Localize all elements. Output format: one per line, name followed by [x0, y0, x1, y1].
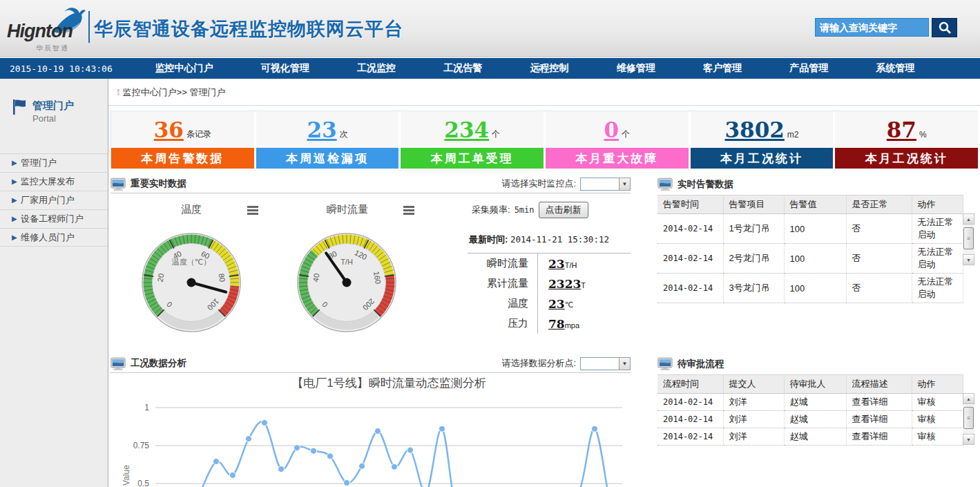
stat-card-label[interactable]: 本月工况统计 — [691, 148, 834, 169]
stat-value-link[interactable]: 87 — [887, 117, 916, 142]
scroll-up-icon[interactable]: ▲ — [963, 213, 974, 225]
nav-item-remote-control[interactable]: 远程控制 — [530, 62, 568, 75]
sidebar-item-big-screen[interactable]: ▶ 监控大屏发布 — [0, 172, 108, 191]
flow-analysis-line-chart: 10.750.5Value【电厂1号线】瞬时流量动态监测分析 — [111, 372, 631, 487]
alarm-table: 告警时间 告警项目 告警值 是否正常 动作 2014-02-14 1号龙门吊 1… — [657, 195, 976, 303]
scroll-down-icon[interactable]: ▼ — [963, 434, 974, 445]
monitor-point-select-value[interactable] — [580, 178, 619, 191]
view-detail-link[interactable]: 查看详细 — [846, 428, 912, 446]
scrollbar-thumb[interactable]: ≡ — [963, 227, 974, 249]
stat-unit: 个 — [622, 128, 630, 140]
refresh-button[interactable]: 点击刷新 — [539, 202, 588, 218]
arrow-right-icon: ▶ — [12, 191, 17, 209]
stat-value-link[interactable]: 3802 — [725, 117, 785, 142]
col-approver: 待审批人 — [784, 375, 846, 394]
svg-text:【电厂1号线】瞬时流量动态监测分析: 【电厂1号线】瞬时流量动态监测分析 — [291, 376, 486, 390]
stat-unit: % — [919, 130, 927, 140]
sidebar-item-admin-portal[interactable]: ▶ 管理门户 — [0, 153, 108, 172]
scroll-up-icon[interactable]: ▲ — [963, 393, 974, 404]
stat-card-weekly-alarms: 36条记录 本周告警数据 — [111, 111, 254, 169]
hamburger-menu-icon[interactable] — [403, 206, 414, 208]
col-description: 流程描述 — [846, 375, 912, 394]
analysis-point-select[interactable]: ▼ — [580, 357, 631, 370]
monitor-icon — [657, 357, 673, 370]
stat-card-label[interactable]: 本周巡检漏项 — [256, 148, 399, 169]
arrow-right-icon: ▶ — [12, 229, 17, 247]
hamburger-menu-icon[interactable] — [247, 206, 258, 208]
review-link[interactable]: 审核 — [912, 428, 963, 446]
svg-text:0.5: 0.5 — [137, 479, 149, 487]
search-input[interactable] — [815, 18, 929, 37]
search-button[interactable] — [932, 18, 957, 37]
nav-item-condition-alarm[interactable]: 工况告警 — [443, 62, 482, 75]
stat-card-label[interactable]: 本周告警数据 — [111, 148, 254, 169]
stat-unit: 个 — [492, 128, 500, 140]
realtime-section-header: 重要实时数据 请选择实时监控点: ▼ — [111, 175, 631, 193]
gauge-flow-title: 瞬时流量 — [314, 203, 381, 216]
stat-value-link[interactable]: 36 — [154, 117, 184, 142]
latest-time-label: 最新时间: — [469, 234, 508, 245]
nav-item-condition-monitor[interactable]: 工况监控 — [357, 62, 396, 75]
breadcrumb-icon: ⁞⁞ — [117, 88, 119, 97]
reading-value-link[interactable]: 23 — [548, 297, 565, 311]
nav-item-maintenance[interactable]: 维修管理 — [617, 62, 655, 75]
nav-item-customer[interactable]: 客户管理 — [703, 62, 742, 75]
sidebar-item-label: 管理门户 — [21, 157, 57, 168]
scroll-down-icon[interactable]: ▼ — [963, 254, 974, 265]
approval-section-title: 待审批流程 — [678, 358, 724, 370]
nav-item-monitor-center[interactable]: 监控中心门户 — [155, 62, 213, 75]
main-navbar: 2015-10-19 10:43:06 监控中心门户 可视化管理 工况监控 工况… — [0, 58, 980, 79]
col-action: 动作 — [912, 375, 963, 394]
stat-card-monthly-condition-m2: 3802m2 本月工况统计 — [691, 111, 834, 169]
page-title: 华辰智通设备远程监控物联网云平台 — [94, 17, 403, 41]
reading-value-link[interactable]: 2323 — [548, 277, 581, 291]
analysis-point-select-value[interactable] — [580, 357, 619, 370]
review-link[interactable]: 审核 — [912, 411, 963, 428]
monitor-point-select[interactable]: ▼ — [580, 178, 631, 191]
chevron-down-icon[interactable]: ▼ — [619, 178, 631, 191]
svg-text:温度（℃）: 温度（℃） — [172, 258, 211, 266]
stat-card-label[interactable]: 本月工况统计 — [835, 148, 978, 169]
alarm-section-title: 实时告警数据 — [678, 178, 733, 191]
sidebar-item-repair-portal[interactable]: ▶ 维修人员门户 — [0, 228, 108, 247]
sidebar-item-engineer-portal[interactable]: ▶ 设备工程师门户 — [0, 209, 108, 228]
arrow-right-icon: ▶ — [12, 210, 17, 228]
stat-card-label[interactable]: 本周工单受理 — [401, 148, 544, 169]
stat-value-link[interactable]: 234 — [444, 117, 489, 142]
stat-unit: m2 — [787, 130, 799, 140]
reading-row-flow: 瞬时流量 23T/H — [468, 254, 631, 274]
stat-value-link[interactable]: 23 — [307, 117, 336, 142]
realtime-readings: 采集频率: 5min 点击刷新 最新时间: 2014-11-21 15:30:1… — [459, 202, 631, 334]
flow-gauge: 04080120160200T/H — [296, 232, 397, 333]
approval-section-header: 待审批流程 — [657, 354, 976, 373]
stat-cards-row: 36条记录 本周告警数据 23次 本周巡检漏项 234个 本周工单受理 0个 本… — [111, 111, 978, 169]
view-detail-link[interactable]: 查看详细 — [846, 411, 912, 428]
stat-value-link[interactable]: 0 — [604, 117, 619, 142]
clock-timestamp: 2015-10-19 10:43:06 — [0, 64, 131, 74]
sidebar-item-label: 厂家用户门户 — [21, 195, 75, 205]
scrollbar-thumb[interactable]: ≡ — [963, 407, 974, 429]
review-link[interactable]: 审核 — [912, 394, 963, 411]
sidebar: 管理门户 Portal ▶ 管理门户 ▶ 监控大屏发布 ▶ 厂家用户门户 ▶ 设… — [0, 79, 108, 487]
sidebar-item-label: 监控大屏发布 — [21, 176, 75, 187]
nav-item-product[interactable]: 产品管理 — [789, 62, 828, 75]
chevron-down-icon[interactable]: ▼ — [619, 357, 631, 370]
approval-table-scrollbar[interactable]: ▲ ≡ ▼ — [963, 393, 974, 445]
search-icon — [937, 20, 952, 35]
sidebar-item-factory-user[interactable]: ▶ 厂家用户门户 — [0, 191, 108, 209]
monitor-icon — [111, 178, 126, 191]
alarm-row: 2014-02-14 3号龙门吊 100 否 无法正常启动 — [657, 274, 963, 303]
nav-item-visualization[interactable]: 可视化管理 — [261, 62, 309, 75]
view-detail-link[interactable]: 查看详细 — [846, 394, 912, 411]
stat-card-weekly-inspection: 23次 本周巡检漏项 — [256, 111, 399, 169]
stat-card-monthly-condition-pct: 87% 本月工况统计 — [835, 111, 978, 169]
stat-card-label[interactable]: 本月重大故障 — [546, 148, 689, 169]
analysis-point-select-label: 请选择数据分析点: — [501, 357, 576, 370]
nav-item-system[interactable]: 系统管理 — [876, 62, 914, 75]
reading-value-link[interactable]: 78 — [548, 317, 565, 331]
freq-label: 采集频率: — [472, 204, 510, 216]
header-divider — [88, 11, 90, 43]
reading-value-link[interactable]: 23 — [548, 257, 565, 271]
stat-card-weekly-orders: 234个 本周工单受理 — [401, 111, 544, 169]
alarm-table-scrollbar[interactable]: ▲ ≡ ▼ — [963, 213, 974, 265]
